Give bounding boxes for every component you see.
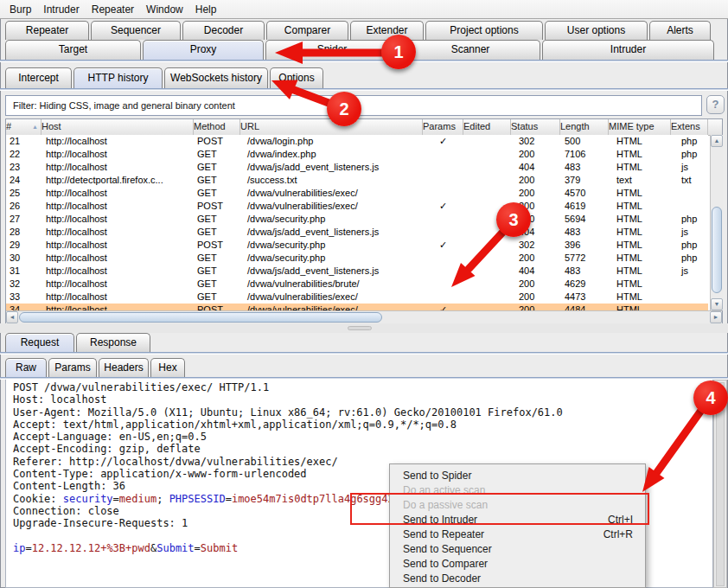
table-body: 21 http://localhost POST /dvwa/login.php… (6, 135, 708, 310)
scroll-up-icon[interactable]: ▲ (711, 135, 723, 147)
cell-ext (671, 278, 708, 291)
cell-url: /dvwa/security.php (240, 252, 423, 265)
message-tab[interactable]: Response (76, 333, 150, 352)
menubar-item[interactable]: Intruder (37, 3, 85, 16)
main-tab[interactable]: Spider (265, 40, 399, 60)
cell-params (423, 291, 463, 304)
table-header: #HostMethodURLParamsEditedStatusLengthMI… (6, 119, 722, 136)
cell-params (423, 226, 463, 239)
proxy-subtab[interactable]: HTTP history (73, 67, 163, 88)
view-tab[interactable]: Headers (99, 358, 149, 377)
column-header[interactable]: Status (511, 119, 560, 135)
main-tab[interactable]: Alerts (649, 21, 711, 40)
cell-host: http://localhost (42, 148, 194, 161)
cell-url: /dvwa/js/add_event_listeners.js (240, 161, 423, 174)
vertical-scroll-thumb[interactable] (712, 207, 722, 293)
cell-edited (463, 252, 511, 265)
table-row[interactable]: 25 http://localhost GET /dvwa/vulnerabil… (6, 187, 708, 200)
cell-url: /dvwa/vulnerabilities/exec/ (240, 291, 423, 304)
horizontal-scroll-thumb[interactable] (19, 312, 382, 323)
view-tab[interactable]: Hex (150, 358, 185, 377)
table-row[interactable]: 31 http://localhost GET /dvwa/js/add_eve… (6, 265, 708, 278)
cell-ext (671, 291, 708, 304)
context-menu-item[interactable]: Send to Repeater Ctrl+R (390, 527, 645, 541)
cell-host: http://localhost (42, 213, 194, 226)
column-header[interactable]: Method (194, 119, 240, 135)
table-row[interactable]: 32 http://localhost GET /dvwa/vulnerabil… (6, 278, 708, 291)
cell-number: 32 (6, 278, 42, 291)
proxy-subtab[interactable]: Options (270, 67, 323, 88)
annotation-badge-3: 3 (496, 202, 531, 237)
cell-status: 200 (511, 304, 560, 310)
cell-edited (463, 161, 511, 174)
main-tab[interactable]: User options (545, 21, 648, 40)
help-button[interactable]: ? (706, 95, 725, 114)
table-vertical-scrollbar[interactable]: ▲ ▼ (710, 135, 723, 310)
cell-method: GET (194, 161, 240, 174)
column-header[interactable]: Host (42, 119, 194, 135)
cell-length: 4629 (560, 278, 609, 291)
main-tab[interactable]: Intruder (542, 40, 714, 60)
main-tab[interactable]: Scanner (400, 40, 540, 60)
cell-mime: HTML (609, 135, 671, 148)
message-tabs: RequestResponse (5, 333, 150, 352)
menubar-item[interactable]: Window (140, 3, 189, 16)
cell-length: 4619 (560, 200, 609, 213)
menubar-item[interactable]: Help (189, 3, 223, 16)
menubar-item[interactable]: Repeater (86, 3, 140, 16)
cell-number: 29 (6, 239, 42, 252)
table-row[interactable]: 29 http://localhost POST /dvwa/security.… (6, 239, 708, 252)
column-header[interactable]: Length (560, 119, 609, 135)
main-tab[interactable]: Project options (425, 21, 543, 40)
main-tab[interactable]: Sequencer (91, 21, 181, 40)
proxy-subtab[interactable]: WebSockets history (164, 67, 268, 88)
main-tab[interactable]: Decoder (182, 21, 265, 40)
view-tab[interactable]: Params (48, 358, 97, 377)
cell-host: http://localhost (42, 187, 194, 200)
table-row[interactable]: 21 http://localhost POST /dvwa/login.php… (6, 135, 708, 148)
view-tab[interactable]: Raw (5, 358, 47, 377)
cell-status: 200 (511, 252, 560, 265)
context-menu-item[interactable]: Send to Decoder (390, 571, 645, 585)
cell-host: http://localhost (42, 304, 194, 310)
cell-status: 404 (511, 161, 560, 174)
table-row[interactable]: 27 http://localhost GET /dvwa/security.p… (6, 213, 708, 226)
table-row[interactable]: 33 http://localhost GET /dvwa/vulnerabil… (6, 291, 708, 304)
menubar-item[interactable]: Burp (3, 3, 37, 16)
cell-edited (463, 265, 511, 278)
main-tab[interactable]: Extender (350, 21, 424, 40)
table-row[interactable]: 24 http://detectportal.firefox.c... GET … (6, 174, 708, 187)
cell-mime: text (609, 174, 671, 187)
context-menu-item[interactable]: Send to Sequencer (390, 541, 645, 556)
context-menu-item[interactable]: Send to Comparer (390, 556, 645, 571)
cell-length: 483 (560, 226, 609, 239)
column-header[interactable]: MIME type (609, 119, 671, 135)
pane-splitter[interactable] (0, 323, 728, 333)
cell-status: 200 (511, 174, 560, 187)
main-tab[interactable]: Target (5, 40, 141, 60)
column-header[interactable]: Edited (463, 119, 511, 135)
message-tab[interactable]: Request (5, 333, 74, 352)
cell-length: 5772 (560, 252, 609, 265)
table-row[interactable]: 22 http://localhost GET /dvwa/index.php … (6, 148, 708, 161)
table-row[interactable]: 26 http://localhost POST /dvwa/vulnerabi… (6, 200, 708, 213)
cell-params (423, 278, 463, 291)
table-row[interactable]: 34 http://localhost POST /dvwa/vulnerabi… (6, 304, 708, 310)
main-tab[interactable]: Repeater (5, 21, 89, 40)
table-row[interactable]: 28 http://localhost GET /dvwa/js/add_eve… (6, 226, 708, 239)
column-header[interactable]: Extens (671, 119, 708, 135)
table-horizontal-scrollbar[interactable]: ◄ ► (6, 310, 722, 323)
context-menu-item[interactable]: Send to Spider (390, 468, 645, 483)
main-tab[interactable]: Proxy (143, 40, 264, 60)
scroll-down-icon[interactable]: ▼ (711, 298, 723, 310)
table-row[interactable]: 30 http://localhost GET /dvwa/security.p… (6, 252, 708, 265)
annotation-rectangle (350, 493, 649, 525)
scroll-left-icon[interactable]: ◄ (6, 311, 18, 323)
cell-url: /success.txt (240, 174, 423, 187)
proxy-subtab[interactable]: Intercept (5, 67, 72, 88)
scroll-right-icon[interactable]: ► (710, 311, 722, 323)
cell-method: GET (194, 278, 240, 291)
column-header[interactable]: Params (423, 119, 463, 135)
main-tab[interactable]: Comparer (266, 21, 348, 40)
table-row[interactable]: 23 http://localhost GET /dvwa/js/add_eve… (6, 161, 708, 174)
